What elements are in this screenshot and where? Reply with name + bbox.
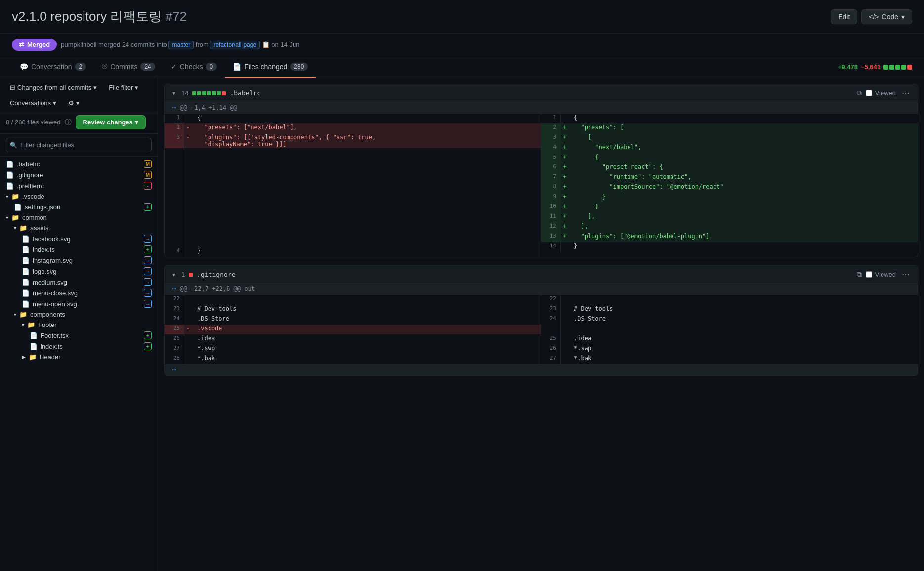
file-icon: 📄 <box>22 289 30 297</box>
search-input[interactable] <box>6 138 152 152</box>
viewed-checkbox[interactable]: Viewed <box>866 271 896 278</box>
info-icon[interactable]: ⓘ <box>65 118 72 127</box>
checks-icon: ✓ <box>171 63 177 71</box>
settings-button[interactable]: ⚙ ▾ <box>64 97 84 109</box>
file-icon: 📄 <box>6 161 14 168</box>
gear-icon: ⚙ <box>68 99 74 107</box>
head-branch-link[interactable]: refactor/all-page <box>210 41 260 48</box>
collapse-button[interactable]: ▾ <box>172 90 175 97</box>
merge-description: pumpkiinbell merged 24 commits into mast… <box>61 41 299 48</box>
sidebar-item-common-folder[interactable]: ▾ 📁 common <box>0 212 158 223</box>
folder-icon: 📁 <box>19 311 27 318</box>
diff-line <box>165 168 541 178</box>
mod-badge: → <box>144 278 152 286</box>
file-icon: 📄 <box>14 204 22 211</box>
file-filter-button[interactable]: File filter ▾ <box>105 82 142 93</box>
mod-badge: + <box>144 342 152 350</box>
diff-hunk-expand-bottom: ⋯ <box>165 364 918 375</box>
code-button[interactable]: </> Code ▾ <box>861 9 912 24</box>
chevron-down-icon: ▾ <box>135 119 138 126</box>
file-icon: 📄 <box>22 300 30 308</box>
mod-badge: - <box>144 182 152 190</box>
sidebar-item-instagram-svg[interactable]: 📄 instagram.svg → <box>0 255 158 266</box>
diff-line: 7 + "runtime": "automatic", <box>541 173 918 183</box>
diff-bar-seg-2 <box>889 65 894 70</box>
diff-line <box>165 178 541 188</box>
conversations-button[interactable]: Conversations ▾ <box>6 97 60 109</box>
viewed-checkbox-input[interactable] <box>866 90 872 96</box>
sidebar-item-footer-index-ts[interactable]: 📄 index.ts + <box>0 341 158 352</box>
diff-filename: .gitignore <box>197 271 852 278</box>
diff-line: 3 + [ <box>541 133 918 143</box>
sidebar-item-logo-svg[interactable]: 📄 logo.svg → <box>0 266 158 277</box>
sidebar-item-footer-folder[interactable]: ▾ 📁 Footer <box>0 320 158 330</box>
expand-button[interactable]: ⋯ <box>172 367 176 373</box>
sidebar-item-header-folder[interactable]: ▶ 📁 Header <box>0 352 158 362</box>
chevron-down-icon: ▾ <box>76 99 80 107</box>
sidebar-item-babelrc[interactable]: 📄 .babelrc M <box>0 159 158 169</box>
diff-seg <box>207 91 211 95</box>
sidebar-item-footer-tsx[interactable]: 📄 Footer.tsx + <box>0 330 158 341</box>
diff-line: 1 { <box>165 114 541 123</box>
diff-line <box>165 227 541 237</box>
review-changes-button[interactable]: Review changes ▾ <box>76 115 146 129</box>
sidebar-item-medium-svg[interactable]: 📄 medium.svg → <box>0 277 158 287</box>
sidebar-item-components-folder[interactable]: ▾ 📁 components <box>0 309 158 320</box>
deletions-count: −5,641 <box>861 63 881 71</box>
sidebar-item-prettierrc[interactable]: 📄 .prettierrc - <box>0 180 158 191</box>
diff-line: 3 - "plugins": [["styled-components", { … <box>165 133 541 148</box>
diff-line: 2 + "presets": [ <box>541 123 918 133</box>
files-icon: 📄 <box>233 63 241 71</box>
diff-file-header-babelrc: ▾ 14 .babelrc ⧉ Viewed <box>165 84 918 102</box>
sidebar-item-facebook-svg[interactable]: 📄 facebook.svg → <box>0 233 158 244</box>
pr-title-text: v2.1.0 repository 리팩토링 <box>12 9 162 24</box>
diff-side-left: 22 23 # Dev tools 24 .DS_Store <box>165 295 541 364</box>
base-branch-link[interactable]: master <box>168 41 194 48</box>
changes-from-all-commits-button[interactable]: ⊟ Changes from all commits ▾ <box>6 82 101 93</box>
mod-badge: + <box>144 203 152 211</box>
tab-conversation[interactable]: 💬 Conversation 2 <box>12 57 94 78</box>
sidebar-item-menu-close-svg[interactable]: 📄 menu-close.svg → <box>0 287 158 298</box>
diff-file-babelrc: ▾ 14 .babelrc ⧉ Viewed <box>164 84 918 257</box>
copy-path-icon[interactable]: ⧉ <box>857 89 862 97</box>
additions-count: +9,478 <box>838 63 858 71</box>
diff-seg-bar <box>192 91 226 95</box>
expand-button[interactable]: ⋯ <box>172 104 176 111</box>
folder-icon: 📁 <box>19 224 27 232</box>
diff-line: 27 *.bak <box>541 354 918 364</box>
viewed-checkbox-input[interactable] <box>866 271 872 278</box>
sidebar-item-gitignore[interactable]: 📄 .gitignore M <box>0 169 158 180</box>
files-toolbar: ⊟ Changes from all commits ▾ File filter… <box>0 78 158 113</box>
sidebar-item-menu-open-svg[interactable]: 📄 menu-open.svg → <box>0 298 158 309</box>
chevron-down-icon: ▾ <box>22 322 24 327</box>
tab-checks[interactable]: ✓ Checks 0 <box>163 57 225 78</box>
tab-commits[interactable]: ⦾ Commits 24 <box>94 56 163 78</box>
diff-hunk-header-gitignore: ⋯ @@ −22,7 +22,6 @@ out <box>165 284 918 295</box>
diff-line: 11 + ], <box>541 212 918 222</box>
chevron-down-icon: ▾ <box>135 84 138 91</box>
sidebar-item-index-ts[interactable]: 📄 index.ts + <box>0 244 158 255</box>
collapse-button[interactable]: ▾ <box>172 271 175 278</box>
sidebar-item-assets-folder[interactable]: ▾ 📁 assets <box>0 223 158 233</box>
edit-button[interactable]: Edit <box>831 9 857 24</box>
sidebar-item-settings-json[interactable]: 📄 settings.json + <box>0 202 158 212</box>
diff-line: 4 + "next/babel", <box>541 143 918 153</box>
diff-side-left: 1 { 2 - "presets": ["next/babel"], 3 - "… <box>165 114 541 257</box>
viewed-checkbox[interactable]: Viewed <box>866 89 896 97</box>
sidebar-item-vscode-folder[interactable]: ▾ 📁 .vscode <box>0 191 158 202</box>
diff-line: 24 .DS_Store <box>541 315 918 325</box>
diff-split-babelrc: 1 { 2 - "presets": ["next/babel"], 3 - "… <box>165 114 918 257</box>
diff-hunk-header-babelrc: ⋯ @@ −1,4 +1,14 @@ <box>165 102 918 114</box>
tab-files-changed[interactable]: 📄 Files changed 280 <box>225 57 316 78</box>
chevron-down-icon: ▾ <box>53 99 56 107</box>
copy-path-icon[interactable]: ⧉ <box>857 270 862 279</box>
more-options-button[interactable]: ⋯ <box>902 88 910 98</box>
diff-area: ▾ 14 .babelrc ⧉ Viewed <box>158 78 924 571</box>
top-header: v2.1.0 repository 리팩토링 #72 Edit </> Code… <box>0 0 924 34</box>
expand-button[interactable]: ⋯ <box>172 286 176 292</box>
sidebar: ⊟ Changes from all commits ▾ File filter… <box>0 78 158 571</box>
folder-icon: 📁 <box>27 321 35 328</box>
diff-split-gitignore: 22 23 # Dev tools 24 .DS_Store <box>165 295 918 364</box>
more-options-button[interactable]: ⋯ <box>902 270 910 279</box>
folder-icon: 📁 <box>11 214 19 221</box>
